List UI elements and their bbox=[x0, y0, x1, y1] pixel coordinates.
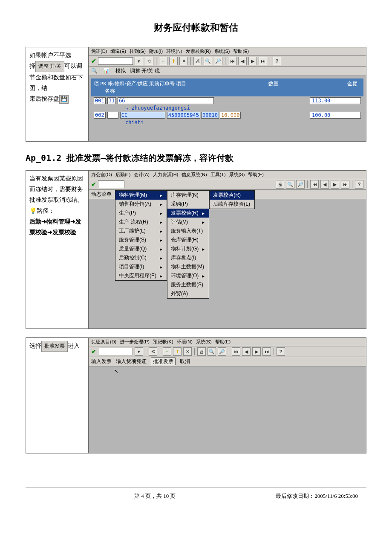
menubar-2[interactable]: 办公室(O)后勤(L)会计(A)人力资源(H)信息系统(N)工具(T)系统(S)… bbox=[89, 171, 366, 179]
footer-separator bbox=[26, 488, 366, 488]
last-page-icon[interactable]: ⏭ bbox=[341, 180, 349, 189]
command-input[interactable] bbox=[98, 57, 133, 65]
approve-invoice-tab: 批准发票 bbox=[151, 357, 176, 365]
dropdown-icon[interactable]: ▾ bbox=[135, 347, 143, 356]
sap-app-1: 凭证(D)编辑(E)转到(G)附加(I)环境(N)发票校验(R)系统(S)帮助(… bbox=[89, 47, 366, 141]
last-page-icon[interactable]: ⏭ bbox=[262, 347, 271, 356]
print-icon[interactable]: 🖨 bbox=[276, 180, 284, 189]
prev-page-icon[interactable]: ◀ bbox=[242, 347, 251, 356]
approve-invoice-button[interactable]: 批准发票 bbox=[41, 341, 68, 352]
command-input[interactable] bbox=[98, 180, 124, 188]
up-icon[interactable]: ⬆ bbox=[173, 347, 182, 356]
subtoolbar-3[interactable]: 输入发票输入货项凭证批准发票取消 bbox=[89, 357, 366, 366]
adjust-toggle-button[interactable]: 调整 开/关 bbox=[35, 61, 64, 72]
command-input[interactable] bbox=[98, 348, 133, 355]
grid-area: 项 PK 帐/物料/资产/供应 采购订单号 项目名称 数量 金额 001 31 … bbox=[89, 76, 366, 128]
find-icon[interactable]: 🔍 bbox=[204, 57, 212, 65]
ok-icon[interactable]: ✔ bbox=[91, 348, 96, 355]
last-page-icon[interactable]: ⏭ bbox=[259, 57, 267, 65]
menu-level-1[interactable]: 物料管理(M)▸ 销售和分销(A)▸ 生产(P)▸ 生产-流程(R)▸ 工厂维护… bbox=[115, 190, 167, 281]
sap-app-2: 办公室(O)后勤(L)会计(A)人力资源(H)信息系统(N)工具(T)系统(S)… bbox=[89, 171, 366, 328]
find-icon[interactable]: 🔍 bbox=[286, 180, 294, 189]
screenshot-2: 当有发票因某些原因而冻结时，需要财务批准发票取消冻结。 💡路径： 后勤➜物料管理… bbox=[26, 170, 366, 329]
toolbar-3: ✔ ▾ ⟲ ← ⬆ ✕ 🖨 🔍 🔎 ⏮ ◀ ▶ ⏭ ? bbox=[89, 346, 366, 357]
menu-level-2[interactable]: 库存管理(N) 采购(P) 发票校验(R)▸ 评估(V)▸ 服务输入表(T) 仓… bbox=[167, 190, 209, 299]
row2-desc: chishi bbox=[91, 119, 363, 125]
back-folder-icon[interactable]: ⟲ bbox=[149, 347, 157, 356]
help-icon[interactable]: ? bbox=[277, 347, 285, 356]
cursor-icon: ↖ bbox=[114, 368, 118, 374]
sidebar-2: 当有发票因某些原因而冻结时，需要财务批准发票取消冻结。 💡路径： 后勤➜物料管理… bbox=[26, 171, 89, 328]
next-page-icon[interactable]: ▶ bbox=[248, 57, 257, 65]
first-page-icon[interactable]: ⏮ bbox=[310, 180, 319, 189]
back-icon[interactable]: ← bbox=[163, 347, 171, 356]
grid-row-1[interactable]: 001 31 66 113.00- bbox=[91, 96, 363, 105]
print-icon[interactable]: 🖨 bbox=[197, 347, 206, 356]
help-icon[interactable]: ? bbox=[273, 57, 281, 65]
sap-app-3: 凭证条目(D)进一步处理(P)预记帐(K)环境(N)系统(S)帮助(E) ✔ ▾… bbox=[89, 338, 366, 453]
subtoolbar-1[interactable]: 🔍 📊 模拟调整 开/关 税 bbox=[89, 67, 366, 76]
grid-row-2[interactable]: 002 CC 4500005945 00010 10.000 100.00 bbox=[91, 111, 363, 119]
print-icon[interactable]: 🖨 bbox=[193, 57, 202, 65]
prev-page-icon[interactable]: ◀ bbox=[320, 180, 329, 189]
back-icon[interactable]: ← bbox=[159, 57, 167, 65]
section-heading: Ap_01.2 批准发票—将付款冻结的发票解冻，容许付款 bbox=[26, 152, 366, 164]
next-page-icon[interactable]: ▶ bbox=[331, 180, 339, 189]
prev-page-icon[interactable]: ◀ bbox=[238, 57, 247, 65]
first-page-icon[interactable]: ⏮ bbox=[232, 347, 240, 356]
ok-icon[interactable]: ✔ bbox=[91, 181, 96, 188]
find-next-icon[interactable]: 🔎 bbox=[218, 347, 226, 356]
sidebar-3: 选择批准发票进入 bbox=[26, 338, 89, 453]
row1-desc: ↳ zhuoyuefazhangongsi bbox=[91, 105, 363, 111]
overview-icon[interactable]: 📊 bbox=[103, 68, 110, 74]
menubar-1[interactable]: 凭证(D)编辑(E)转到(G)附加(I)环境(N)发票校验(R)系统(S)帮助(… bbox=[89, 47, 366, 56]
toolbar-2: ✔ 🖨 🔍 🔎 ⏮ ◀ ▶ ⏭ ? bbox=[89, 179, 366, 190]
menubar-3[interactable]: 凭证条目(D)进一步处理(P)预记帐(K)环境(N)系统(S)帮助(E) bbox=[89, 338, 366, 346]
cascading-menu: 物料管理(M)▸ 销售和分销(A)▸ 生产(P)▸ 生产-流程(R)▸ 工厂维护… bbox=[115, 190, 255, 299]
back-folder-icon[interactable]: ⟲ bbox=[145, 57, 153, 65]
help-icon[interactable]: ? bbox=[355, 180, 363, 189]
cancel-icon[interactable]: ✕ bbox=[179, 57, 188, 65]
lightbulb-icon: 💡 bbox=[29, 208, 37, 214]
page-footer: 第 4 页，共 10 页 最后修改日期：2005/11/6 20:53:00 bbox=[26, 492, 366, 500]
sidebar-1: 如果帐户不平选 择调整 开/关可以调节金额和数量如右下图，结 束后按存盘💾 bbox=[26, 47, 89, 141]
cancel-x-icon[interactable]: ✕ bbox=[183, 347, 192, 356]
up-icon[interactable]: ⬆ bbox=[169, 57, 178, 65]
next-page-icon[interactable]: ▶ bbox=[252, 347, 261, 356]
page-title: 财务应付帐款和暂估 bbox=[26, 21, 366, 34]
find-icon[interactable]: 🔍 bbox=[208, 347, 216, 356]
grid-header: 项 PK 帐/物料/资产/供应 采购订单号 项目名称 数量 金额 bbox=[91, 78, 363, 96]
save-disk-icon[interactable]: 💾 bbox=[59, 95, 69, 104]
screenshot-3: 选择批准发票进入 凭证条目(D)进一步处理(P)预记帐(K)环境(N)系统(S)… bbox=[26, 337, 366, 453]
ok-icon[interactable]: ✔ bbox=[91, 58, 96, 64]
find-next-icon[interactable]: 🔎 bbox=[214, 57, 222, 65]
zoom-icon[interactable]: 🔍 bbox=[91, 68, 98, 74]
menu-level-3[interactable]: 发票校验(R) 后续库存校验(L) bbox=[209, 190, 255, 209]
first-page-icon[interactable]: ⏮ bbox=[228, 57, 236, 65]
toolbar-1: ✔ ▾ ⟲ ← ⬆ ✕ 🖨 🔍 🔎 ⏮ ◀ ▶ ⏭ ? bbox=[89, 56, 366, 67]
dropdown-icon[interactable]: ▾ bbox=[135, 57, 143, 65]
find-next-icon[interactable]: 🔎 bbox=[296, 180, 305, 189]
screenshot-1: 如果帐户不平选 择调整 开/关可以调节金额和数量如右下图，结 束后按存盘💾 凭证… bbox=[26, 47, 366, 142]
